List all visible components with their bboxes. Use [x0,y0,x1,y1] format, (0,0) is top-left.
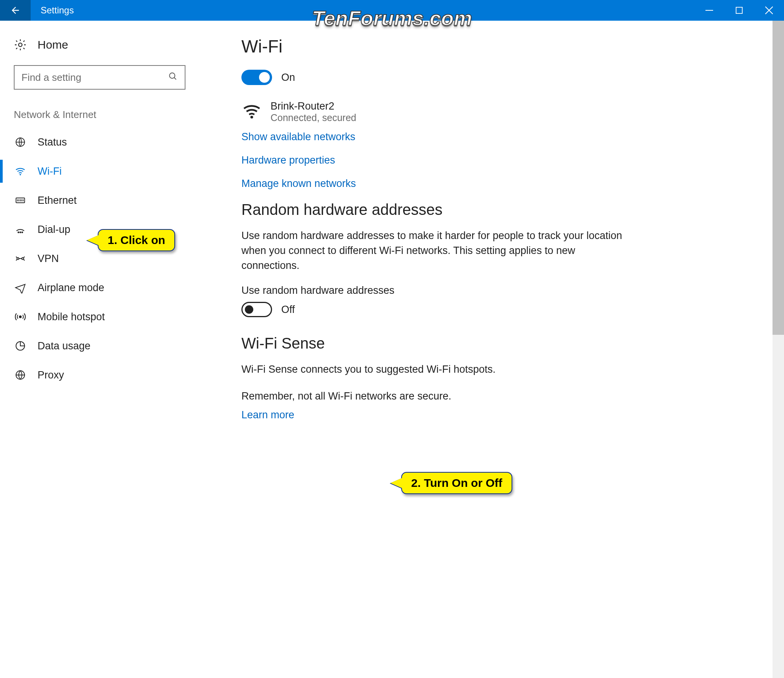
svg-point-2 [169,73,175,78]
learn-more-link[interactable]: Learn more [241,409,769,421]
sidebar-item-label: Wi-Fi [38,165,62,177]
svg-point-14 [250,116,253,118]
proxy-icon [14,369,27,381]
svg-point-7 [20,232,21,233]
manage-known-link[interactable]: Manage known networks [241,178,769,190]
main-panel: Wi-Fi On Brink-Router2 Connected, secure… [199,21,784,678]
annotation-callout-1: 1. Click on [98,229,175,251]
airplane-icon [14,282,27,293]
scrollbar-track[interactable] [773,21,784,678]
sidebar-item-proxy[interactable]: Proxy [0,360,199,390]
sidebar-item-label: VPN [38,253,59,265]
svg-point-10 [22,258,24,260]
vpn-icon [14,253,27,264]
globe-grid-icon [14,136,27,148]
title-bar: Settings [0,0,784,21]
svg-point-9 [17,258,19,260]
random-hw-toggle-state: Off [281,304,295,316]
search-placeholder: Find a setting [21,72,168,84]
random-hw-heading: Random hardware addresses [241,201,769,218]
show-networks-link[interactable]: Show available networks [241,131,769,143]
close-button[interactable] [754,0,784,21]
minimize-button[interactable] [694,0,724,21]
dialup-icon [14,224,27,235]
back-arrow-icon [10,5,21,16]
wifi-icon [14,165,27,177]
sidebar-section-label: Network & Internet [0,105,199,128]
page-title: Wi-Fi [241,36,769,57]
ethernet-icon [14,195,27,206]
svg-point-8 [22,232,23,233]
sidebar-item-wifi[interactable]: Wi-Fi [0,157,199,186]
svg-point-4 [20,174,21,175]
network-status: Connected, secured [271,112,356,123]
current-network[interactable]: Brink-Router2 Connected, secured [241,100,769,123]
sidebar: Home Find a setting Network & Internet S… [0,21,199,678]
sidebar-item-status[interactable]: Status [0,128,199,157]
sidebar-item-airplane[interactable]: Airplane mode [0,273,199,302]
scrollbar-thumb[interactable] [773,21,784,335]
svg-point-1 [18,43,22,46]
wifi-toggle-state: On [281,72,295,84]
network-name: Brink-Router2 [271,100,356,112]
wifi-sense-line1: Wi-Fi Sense connects you to suggested Wi… [241,362,636,377]
search-icon [168,71,178,84]
window-title: Settings [31,5,694,16]
random-hw-body: Use random hardware addresses to make it… [241,228,636,273]
home-button[interactable]: Home [0,38,199,61]
sidebar-item-label: Data usage [38,340,90,352]
gear-icon [14,38,27,51]
random-hw-toggle-label: Use random hardware addresses [241,285,769,296]
svg-point-11 [20,316,21,318]
wifi-sense-line2: Remember, not all Wi-Fi networks are sec… [241,389,636,404]
hotspot-icon [14,311,27,323]
sidebar-item-label: Dial-up [38,224,71,236]
wifi-signal-icon [241,101,262,123]
random-hw-toggle[interactable] [241,302,272,317]
svg-rect-0 [736,7,742,13]
hardware-properties-link[interactable]: Hardware properties [241,154,769,166]
data-usage-icon [14,340,27,352]
sidebar-item-ethernet[interactable]: Ethernet [0,186,199,215]
home-label: Home [38,38,68,51]
sidebar-item-label: Airplane mode [38,282,104,294]
wifi-toggle[interactable] [241,70,272,85]
maximize-button[interactable] [724,0,754,21]
search-input[interactable]: Find a setting [14,65,185,90]
sidebar-item-label: Status [38,136,67,148]
sidebar-item-label: Proxy [38,369,64,381]
sidebar-item-label: Ethernet [38,195,77,206]
svg-point-6 [18,232,19,233]
annotation-callout-2: 2. Turn On or Off [401,472,512,494]
sidebar-item-datausage[interactable]: Data usage [0,331,199,360]
wifi-sense-heading: Wi-Fi Sense [241,335,769,352]
sidebar-item-hotspot[interactable]: Mobile hotspot [0,302,199,331]
back-button[interactable] [0,0,31,21]
sidebar-item-label: Mobile hotspot [38,311,105,323]
